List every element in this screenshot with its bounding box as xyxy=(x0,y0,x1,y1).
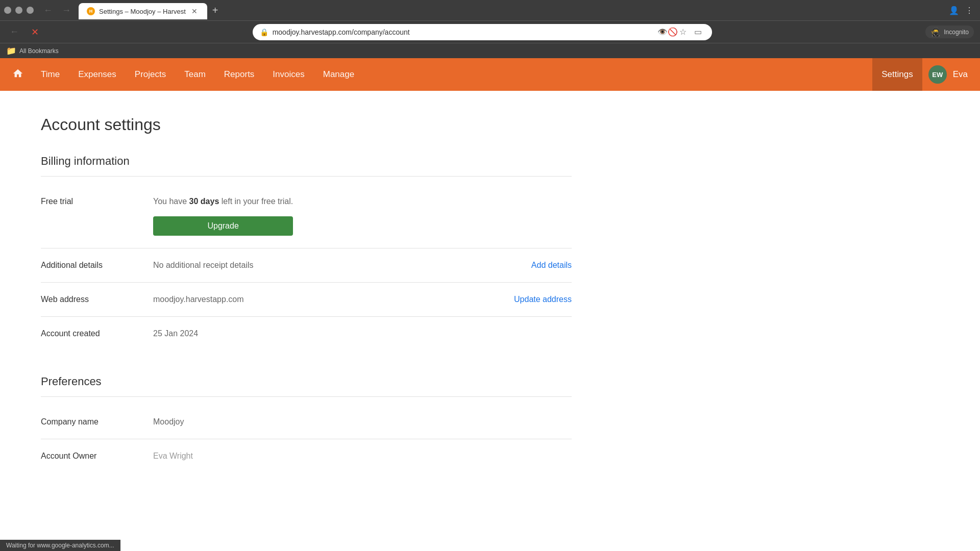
tab-title: Settings – Moodjoy – Harvest xyxy=(99,8,186,15)
app-nav: Time Expenses Projects Team Reports Invo… xyxy=(0,58,980,91)
bookmarks-label[interactable]: All Bookmarks xyxy=(19,47,59,55)
web-address-label: Web address xyxy=(41,295,133,304)
incognito-badge: 🥷 Incognito xyxy=(925,26,974,38)
more-menu-button[interactable]: ⋮ xyxy=(963,4,976,17)
bookmark-icon[interactable]: ☆ xyxy=(676,26,690,39)
hide-icon[interactable]: 👁‍🚫 xyxy=(661,26,674,39)
free-trial-row: Free trial You have 30 days left in your… xyxy=(41,185,572,248)
page-title: Account settings xyxy=(41,115,572,134)
minimize-button[interactable] xyxy=(4,7,11,14)
nav-reports[interactable]: Reports xyxy=(215,58,264,91)
update-address-link[interactable]: Update address xyxy=(514,295,572,304)
nav-invoices[interactable]: Invoices xyxy=(263,58,313,91)
additional-details-row: Additional details No additional receipt… xyxy=(41,248,572,283)
billing-divider xyxy=(41,176,572,177)
user-avatar: EW xyxy=(928,65,947,84)
back-nav-button[interactable]: ← xyxy=(6,24,22,40)
additional-details-label: Additional details xyxy=(41,261,133,270)
home-nav-button[interactable] xyxy=(12,68,23,82)
account-owner-label: Account Owner xyxy=(41,452,133,461)
account-created-value: 25 Jan 2024 xyxy=(153,329,572,338)
url-text: moodjoy.harvestapp.com/company/account xyxy=(273,28,657,36)
upgrade-button[interactable]: Upgrade xyxy=(153,216,293,236)
preferences-section-title: Preferences xyxy=(41,375,572,388)
nav-time[interactable]: Time xyxy=(32,58,69,91)
company-name-label: Company name xyxy=(41,417,133,427)
settings-button[interactable]: Settings xyxy=(872,58,922,91)
billing-section-title: Billing information xyxy=(41,155,572,168)
close-window-button[interactable] xyxy=(27,7,34,14)
split-view-icon[interactable]: ▭ xyxy=(692,26,705,39)
nav-projects[interactable]: Projects xyxy=(126,58,175,91)
additional-details-value: No additional receipt details xyxy=(153,261,511,270)
reload-button[interactable]: ✕ xyxy=(27,24,43,40)
free-trial-value: You have 30 days left in your free trial… xyxy=(153,197,293,236)
free-trial-label: Free trial xyxy=(41,197,133,206)
account-created-row: Account created 25 Jan 2024 xyxy=(41,317,572,350)
account-owner-row: Account Owner Eva Wright xyxy=(41,439,572,461)
nav-team[interactable]: Team xyxy=(175,58,215,91)
nav-manage[interactable]: Manage xyxy=(314,58,363,91)
status-text: Waiting for www.google-analytics.com... xyxy=(6,542,114,549)
profile-button[interactable]: 👤 xyxy=(947,4,961,17)
billing-section: Billing information Free trial You have … xyxy=(41,155,572,350)
company-name-row: Company name Moodjoy xyxy=(41,405,572,439)
preferences-section: Preferences Company name Moodjoy Account… xyxy=(41,375,572,461)
maximize-button[interactable] xyxy=(15,7,22,14)
address-bar[interactable]: 🔒 moodjoy.harvestapp.com/company/account… xyxy=(253,24,712,40)
user-name[interactable]: Eva xyxy=(953,69,968,80)
incognito-label: Incognito xyxy=(944,29,969,36)
bookmarks-folder-icon: 📁 xyxy=(6,46,16,56)
back-button[interactable]: ← xyxy=(40,2,56,18)
lock-icon: 🔒 xyxy=(260,28,268,36)
preferences-divider xyxy=(41,396,572,397)
browser-tab[interactable]: H Settings – Moodjoy – Harvest ✕ xyxy=(79,3,207,19)
browser-chrome: ← → H Settings – Moodjoy – Harvest ✕ + 👤… xyxy=(0,0,980,58)
nav-expenses[interactable]: Expenses xyxy=(69,58,126,91)
free-trial-text: You have 30 days left in your free trial… xyxy=(153,197,293,206)
add-details-link[interactable]: Add details xyxy=(531,261,572,270)
main-content: Account settings Billing information Fre… xyxy=(0,91,612,506)
web-address-row: Web address moodjoy.harvestapp.com Updat… xyxy=(41,283,572,317)
account-created-label: Account created xyxy=(41,329,133,338)
bookmarks-bar: 📁 All Bookmarks xyxy=(0,43,980,58)
new-tab-button[interactable]: + xyxy=(207,1,224,19)
forward-button[interactable]: → xyxy=(58,2,75,18)
nav-right: Settings EW Eva xyxy=(872,58,968,91)
account-owner-value: Eva Wright xyxy=(153,452,572,461)
browser-titlebar: ← → H Settings – Moodjoy – Harvest ✕ + 👤… xyxy=(0,0,980,20)
incognito-icon: 🥷 xyxy=(930,27,941,37)
company-name-value: Moodjoy xyxy=(153,417,572,427)
tab-close-button[interactable]: ✕ xyxy=(190,7,199,16)
status-bar: Waiting for www.google-analytics.com... xyxy=(0,540,120,551)
tab-favicon: H xyxy=(87,7,95,15)
window-controls xyxy=(4,7,34,14)
nav-items: Time Expenses Projects Team Reports Invo… xyxy=(32,58,872,91)
browser-toolbar: ← ✕ 🔒 moodjoy.harvestapp.com/company/acc… xyxy=(0,20,980,43)
web-address-value: moodjoy.harvestapp.com xyxy=(153,295,494,304)
